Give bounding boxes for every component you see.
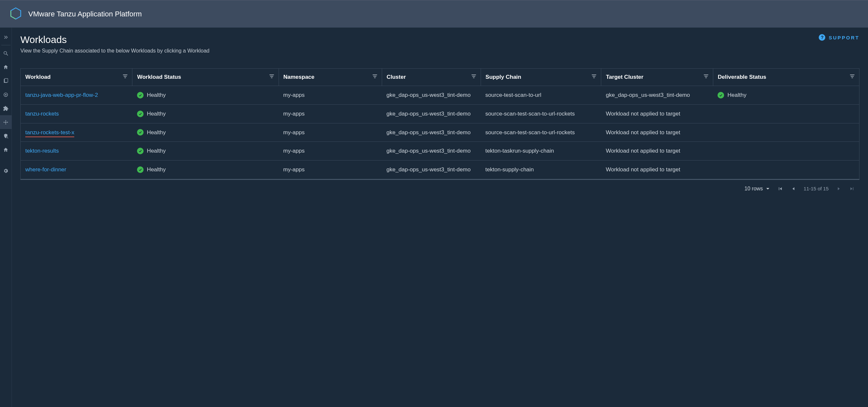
col-workload-status[interactable]: Workload Status <box>132 69 279 86</box>
cluster-cell: gke_dap-ops_us-west3_tint-demo <box>382 123 480 142</box>
svg-rect-32 <box>592 74 597 75</box>
first-page-button[interactable] <box>777 186 783 192</box>
page-range-label: 11-15 of 15 <box>804 186 829 191</box>
supply-chain-cell: source-scan-test-scan-to-url-rockets <box>480 123 601 142</box>
status-ok-icon <box>137 148 144 154</box>
namespace-cell: my-apps <box>279 123 382 142</box>
svg-rect-4 <box>5 78 8 82</box>
table-row: where-for-dinner Healthy my-apps gke_dap… <box>21 161 860 179</box>
col-deliverable-status[interactable]: Deliverable Status <box>713 69 859 86</box>
svg-rect-26 <box>373 74 377 75</box>
security-icon[interactable] <box>0 129 12 143</box>
svg-rect-39 <box>851 76 854 77</box>
filter-icon[interactable] <box>471 73 477 81</box>
expand-sidebar-icon[interactable] <box>0 30 12 44</box>
svg-rect-36 <box>704 76 707 77</box>
svg-rect-38 <box>850 74 855 75</box>
svg-rect-10 <box>4 122 4 123</box>
svg-rect-24 <box>270 76 273 77</box>
cluster-cell: gke_dap-ops_us-west3_tint-demo <box>382 104 480 123</box>
prev-page-button[interactable] <box>790 186 796 192</box>
col-namespace[interactable]: Namespace <box>279 69 382 86</box>
target-cluster-cell: gke_dap-ops_us-west3_tint-demo <box>601 86 713 105</box>
svg-rect-40 <box>851 77 853 78</box>
svg-rect-33 <box>593 76 596 77</box>
filter-icon[interactable] <box>269 73 275 81</box>
svg-rect-28 <box>374 77 375 78</box>
supply-chain-cell: tekton-supply-chain <box>480 161 601 179</box>
filter-icon[interactable] <box>591 73 597 81</box>
status-ok-icon <box>137 166 144 173</box>
supply-chain-icon[interactable] <box>0 115 12 129</box>
supply-chain-cell: tekton-taskrun-supply-chain <box>480 142 601 161</box>
cluster-cell: gke_dap-ops_us-west3_tint-demo <box>382 142 480 161</box>
rows-per-page-selector[interactable]: 10 rows <box>744 186 770 192</box>
target-cluster-cell: Workload not applied to target <box>601 104 713 123</box>
namespace-cell: my-apps <box>279 86 382 105</box>
page-title: Workloads <box>20 34 67 45</box>
workload-status-text: Healthy <box>147 91 166 99</box>
svg-rect-12 <box>5 120 6 121</box>
filter-icon[interactable] <box>703 73 709 81</box>
svg-rect-29 <box>471 74 476 75</box>
create-icon[interactable] <box>0 88 12 101</box>
col-workload[interactable]: Workload <box>21 69 132 86</box>
svg-rect-34 <box>593 77 595 78</box>
col-target-cluster[interactable]: Target Cluster <box>601 69 713 86</box>
svg-rect-37 <box>705 77 707 78</box>
status-ok-icon <box>137 92 144 98</box>
status-ok-icon <box>137 111 144 117</box>
status-ok-icon <box>137 129 144 136</box>
svg-rect-11 <box>7 122 8 123</box>
last-page-button[interactable] <box>849 186 855 192</box>
app-title: VMware Tanzu Application Platform <box>28 10 142 19</box>
chevron-down-icon <box>766 186 770 191</box>
pagination: 10 rows 11-15 of 15 <box>20 179 860 192</box>
filter-icon[interactable] <box>372 73 378 81</box>
svg-rect-21 <box>124 76 127 77</box>
topbar: VMware Tanzu Application Platform <box>0 0 868 28</box>
target-cluster-cell: Workload not applied to target <box>601 123 713 142</box>
table-header-row: Workload Workload Status Namespace Clust… <box>21 69 860 86</box>
svg-point-1 <box>4 51 7 54</box>
workload-link[interactable]: where-for-dinner <box>25 166 66 173</box>
svg-line-19 <box>7 138 8 138</box>
next-page-button[interactable] <box>836 186 842 192</box>
svg-rect-23 <box>270 74 274 75</box>
table-row: tanzu-rockets Healthy my-apps gke_dap-op… <box>21 104 860 123</box>
workload-link[interactable]: tanzu-java-web-app-pr-flow-2 <box>25 92 98 98</box>
filter-icon[interactable] <box>122 73 128 81</box>
svg-rect-9 <box>5 122 6 123</box>
workload-link[interactable]: tanzu-rockets-test-x <box>25 129 74 137</box>
plugin-icon[interactable] <box>0 101 12 115</box>
workload-link[interactable]: tekton-results <box>25 148 59 154</box>
search-icon[interactable] <box>0 46 12 60</box>
table-row: tanzu-rockets-test-x Healthy my-apps gke… <box>21 123 860 142</box>
deliverable-status-text: Healthy <box>727 91 746 99</box>
sidebar <box>0 28 12 407</box>
svg-rect-25 <box>271 77 272 78</box>
catalog-icon[interactable] <box>0 74 12 88</box>
svg-rect-20 <box>123 74 128 75</box>
col-supply-chain[interactable]: Supply Chain <box>480 69 601 86</box>
svg-point-18 <box>6 136 7 138</box>
target-cluster-cell: Workload not applied to target <box>601 161 713 179</box>
svg-rect-13 <box>5 124 6 124</box>
svg-rect-30 <box>472 76 475 77</box>
settings-icon[interactable] <box>0 164 12 177</box>
svg-rect-27 <box>373 76 376 77</box>
workload-status-text: Healthy <box>147 147 166 155</box>
home-icon[interactable] <box>0 60 12 74</box>
support-link[interactable]: ? SUPPORT <box>819 34 860 41</box>
home2-icon[interactable] <box>0 143 12 157</box>
workload-status-text: Healthy <box>147 110 166 118</box>
workloads-table: Workload Workload Status Namespace Clust… <box>20 68 860 179</box>
svg-rect-31 <box>473 77 475 78</box>
col-cluster[interactable]: Cluster <box>382 69 480 86</box>
workload-link[interactable]: tanzu-rockets <box>25 111 59 117</box>
supply-chain-cell: source-test-scan-to-url <box>480 86 601 105</box>
app-logo <box>9 7 22 21</box>
workload-status-text: Healthy <box>147 166 166 174</box>
filter-icon[interactable] <box>849 73 855 81</box>
target-cluster-cell: Workload not applied to target <box>601 142 713 161</box>
